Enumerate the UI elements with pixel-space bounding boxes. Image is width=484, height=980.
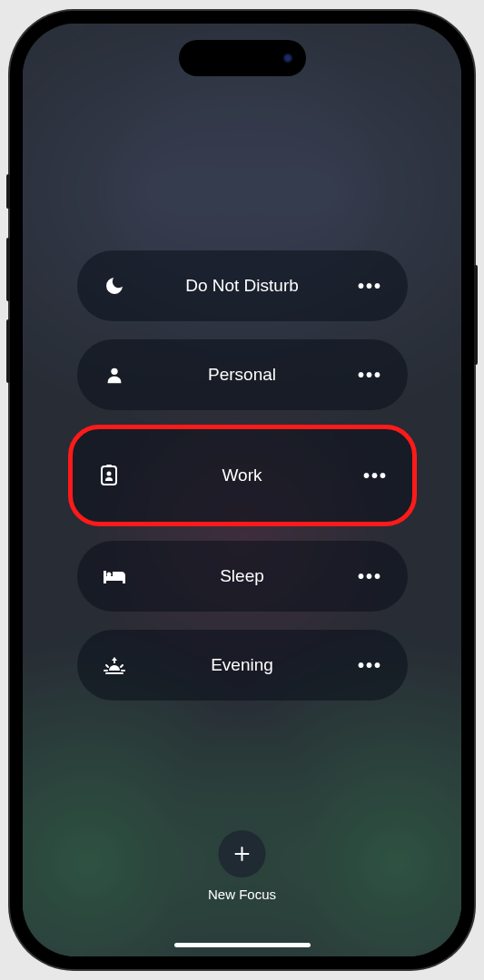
bed-icon: [101, 567, 128, 585]
svg-rect-2: [106, 465, 112, 467]
sunset-icon: [101, 655, 128, 675]
person-icon: [101, 365, 128, 385]
focus-label: Evening: [128, 655, 357, 675]
more-icon[interactable]: •••: [362, 466, 390, 486]
focus-label: Sleep: [128, 566, 357, 586]
plus-icon: [233, 845, 252, 863]
more-icon[interactable]: •••: [357, 655, 384, 676]
focus-item-sleep[interactable]: Sleep •••: [77, 541, 408, 612]
new-focus-button[interactable]: [219, 830, 266, 877]
svg-point-0: [111, 368, 117, 375]
focus-label: Work: [123, 466, 362, 485]
focus-item-work[interactable]: Work •••: [72, 428, 413, 523]
focus-label: Do Not Disturb: [128, 276, 357, 296]
badge-icon: [95, 465, 123, 486]
new-focus-area: New Focus: [208, 830, 276, 902]
more-icon[interactable]: •••: [357, 566, 384, 587]
focus-item-personal[interactable]: Personal •••: [77, 339, 408, 410]
dynamic-island: [179, 40, 306, 76]
new-focus-label: New Focus: [208, 887, 276, 902]
svg-rect-5: [105, 672, 123, 674]
focus-mode-list: Do Not Disturb ••• Personal ••• Work •••: [23, 24, 461, 956]
phone-frame: Do Not Disturb ••• Personal ••• Work •••: [10, 11, 474, 969]
home-indicator[interactable]: [174, 943, 311, 947]
svg-point-3: [106, 472, 111, 476]
focus-label: Personal: [128, 365, 357, 385]
more-icon[interactable]: •••: [357, 365, 384, 386]
svg-point-4: [106, 573, 111, 577]
moon-icon: [101, 275, 128, 297]
screen: Do Not Disturb ••• Personal ••• Work •••: [23, 24, 461, 956]
volume-up-button: [6, 238, 10, 301]
more-icon[interactable]: •••: [357, 276, 384, 297]
volume-down-button: [6, 319, 10, 383]
focus-item-do-not-disturb[interactable]: Do Not Disturb •••: [77, 250, 408, 321]
silent-switch: [6, 174, 10, 209]
power-button: [474, 265, 478, 365]
focus-item-evening[interactable]: Evening •••: [77, 630, 408, 701]
